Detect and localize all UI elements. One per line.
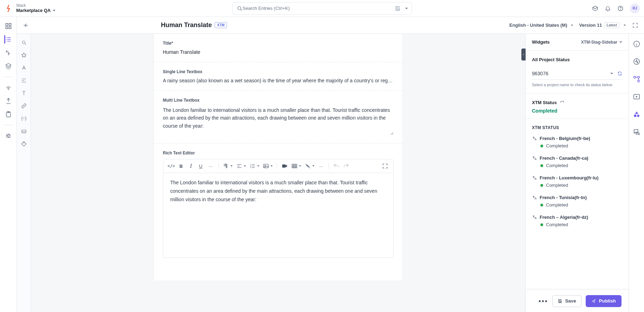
entry-type-pill: XTM bbox=[215, 22, 227, 28]
svg-point-3 bbox=[620, 9, 621, 10]
language-name: French - Canada(fr-ca) bbox=[540, 155, 588, 161]
rte-italic-button[interactable]: I bbox=[188, 163, 194, 169]
stack-switcher[interactable]: Stack Marketplace QA bbox=[16, 3, 56, 13]
language-status: Completed bbox=[546, 202, 568, 208]
language-status-item: French - Luxembourg(fr-lu) Completed bbox=[532, 172, 622, 191]
rte-unlink-button[interactable] bbox=[305, 163, 311, 169]
field-multi-line: Multi Line Textbox bbox=[154, 91, 403, 144]
rte-undo-button[interactable] bbox=[333, 163, 339, 169]
bell-icon[interactable] bbox=[605, 5, 611, 12]
align-icon[interactable] bbox=[21, 77, 27, 84]
form-scroll[interactable]: Title* Human Translate Single Line Textb… bbox=[31, 34, 525, 312]
tag-icon[interactable] bbox=[21, 141, 27, 147]
panel-collapse-button[interactable] bbox=[521, 49, 526, 61]
rte-list-button[interactable]: 123 bbox=[249, 163, 256, 169]
back-button[interactable] bbox=[22, 22, 29, 28]
toolbar-separator bbox=[218, 163, 219, 169]
status-dot bbox=[540, 164, 543, 167]
rail-entries[interactable] bbox=[4, 35, 13, 44]
info-icon[interactable] bbox=[633, 40, 640, 48]
multi-line-textarea[interactable] bbox=[163, 106, 393, 135]
svg-rect-21 bbox=[282, 165, 286, 168]
refresh-icon[interactable] bbox=[617, 71, 622, 76]
help-icon[interactable] bbox=[617, 5, 624, 12]
rte-redo-button[interactable] bbox=[343, 163, 349, 169]
entry-bar: Human Translate XTM English - United Sta… bbox=[17, 17, 644, 34]
project-selector[interactable]: 963076 bbox=[532, 67, 622, 80]
status-dot bbox=[540, 204, 543, 206]
field-search-icon[interactable] bbox=[21, 39, 27, 46]
rail-wifi[interactable] bbox=[4, 83, 13, 92]
language-status-item: French - Belgium(fr-be) Completed bbox=[532, 132, 622, 152]
language-name: French – Algeria(fr-dz) bbox=[540, 215, 588, 220]
widget-sidebar-selector[interactable]: XTM-Stag-Sidebar bbox=[581, 40, 622, 45]
activity-icon[interactable] bbox=[633, 58, 640, 65]
rte-fullscreen-button[interactable] bbox=[382, 163, 388, 169]
refresh-status-icon[interactable] bbox=[560, 100, 565, 105]
chevron-down-icon bbox=[405, 8, 408, 9]
save-button[interactable]: Save bbox=[552, 295, 581, 307]
project-status-section: All Project Status 963076 Select a proje… bbox=[526, 51, 629, 94]
rte-more-button[interactable]: ··· bbox=[318, 163, 324, 169]
field-label: Title* bbox=[163, 41, 393, 46]
rte-para-button[interactable] bbox=[223, 163, 229, 169]
rte-image-button[interactable] bbox=[263, 163, 269, 169]
comments-icon[interactable] bbox=[633, 128, 640, 136]
svg-rect-22 bbox=[292, 164, 297, 168]
rte-body[interactable]: The London familiar to international vis… bbox=[163, 173, 393, 257]
expand-icon[interactable] bbox=[632, 22, 638, 28]
workflow-icon[interactable] bbox=[633, 75, 640, 83]
text-style-icon[interactable] bbox=[21, 65, 27, 71]
rail-assets[interactable] bbox=[4, 62, 13, 70]
title-value[interactable]: Human Translate bbox=[163, 49, 393, 55]
search-input[interactable] bbox=[243, 6, 391, 11]
form-card: Title* Human Translate Single Line Textb… bbox=[154, 34, 403, 280]
rail-dashboard[interactable] bbox=[4, 22, 13, 30]
rte-more-button[interactable]: ··· bbox=[208, 163, 214, 169]
widgets-title: Widgets bbox=[532, 39, 549, 45]
stack-name: Marketplace QA bbox=[16, 8, 56, 13]
rail-tasks[interactable] bbox=[4, 110, 13, 119]
locale-selector[interactable]: English - United States (M) bbox=[509, 23, 573, 28]
widgets-panel: Widgets XTM-Stag-Sidebar All Project Sta… bbox=[525, 34, 629, 312]
field-label: Multi Line Textbox bbox=[163, 98, 393, 103]
xtm-status-label: XTM Status bbox=[532, 100, 557, 105]
section-title: All Project Status bbox=[532, 57, 622, 62]
svg-point-8 bbox=[8, 89, 9, 90]
rte-align-button[interactable] bbox=[236, 163, 242, 169]
rte-table-button[interactable] bbox=[291, 163, 298, 169]
language-status-list[interactable]: XTM STATUS French - Belgium(fr-be) Compl… bbox=[526, 119, 629, 289]
star-icon[interactable] bbox=[21, 52, 27, 58]
rte-underline-button[interactable]: U bbox=[198, 163, 204, 169]
svg-rect-5 bbox=[9, 24, 11, 26]
shapes-icon[interactable] bbox=[633, 110, 640, 118]
single-line-value[interactable]: A rainy season (also known as a wet seas… bbox=[163, 78, 393, 83]
braces-icon[interactable] bbox=[21, 115, 27, 122]
link-icon[interactable] bbox=[21, 103, 27, 109]
preview-icon[interactable] bbox=[633, 93, 640, 101]
rail-settings[interactable] bbox=[4, 132, 13, 140]
language-name: French - Belgium(fr-be) bbox=[540, 136, 590, 141]
more-actions-button[interactable]: ••• bbox=[539, 298, 548, 305]
publish-button[interactable]: Publish bbox=[586, 295, 622, 307]
field-label: Rich Text Editor bbox=[163, 151, 393, 155]
rte-bold-button[interactable]: B bbox=[178, 163, 184, 169]
global-search[interactable] bbox=[233, 2, 412, 15]
chevron-down-icon bbox=[271, 165, 273, 167]
type-icon[interactable] bbox=[21, 90, 27, 96]
inbox-icon[interactable] bbox=[21, 128, 27, 134]
rte-video-button[interactable] bbox=[281, 163, 288, 169]
avatar[interactable]: RJ bbox=[630, 4, 640, 13]
rte-box: </> B I U ··· bbox=[163, 159, 393, 258]
version-selector[interactable]: Version 11 Latest bbox=[579, 22, 626, 28]
rail-publish[interactable] bbox=[4, 97, 13, 105]
language-status-item: French - Tunisia(fr-tn) Completed bbox=[532, 191, 622, 211]
field-rte: Rich Text Editor </> B I U ··· bbox=[154, 144, 403, 265]
chevron-down-icon bbox=[610, 73, 613, 74]
search-icon bbox=[236, 5, 243, 12]
rail-content-types[interactable] bbox=[4, 49, 13, 57]
rte-code-button[interactable]: </> bbox=[168, 163, 175, 169]
chevron-down-icon bbox=[571, 25, 573, 26]
translate-icon bbox=[532, 195, 537, 200]
box-icon[interactable] bbox=[592, 5, 598, 12]
